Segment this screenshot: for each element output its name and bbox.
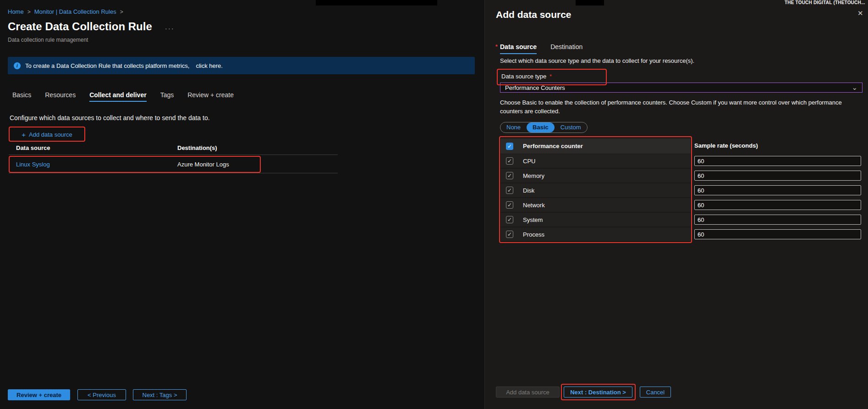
type-label-text: Data source type — [501, 73, 546, 80]
page-subtitle: Data collection rule management — [8, 37, 88, 43]
panel-add-data-source-button[interactable]: Add data source — [496, 387, 560, 398]
check-icon: ✓ — [507, 202, 512, 208]
sample-rate-header: Sample rate (seconds) — [694, 142, 758, 149]
banner-text: To create a Data Collection Rule that co… — [25, 62, 189, 69]
plus-icon: + — [22, 131, 26, 138]
chevron-down-icon: ⌄ — [852, 85, 857, 90]
tab-tags[interactable]: Tags — [160, 91, 174, 102]
table-header-divider — [9, 155, 338, 155]
close-icon[interactable]: ✕ — [857, 9, 863, 17]
add-data-source-label: Add data source — [29, 131, 72, 138]
row-linux-syslog-link[interactable]: Linux Syslog — [16, 161, 50, 168]
page-title: Create Data Collection Rule — [8, 20, 152, 33]
tab-data-source[interactable]: Data source — [500, 43, 537, 54]
check-icon: ✓ — [507, 217, 512, 222]
counter-name: Memory — [523, 172, 544, 179]
breadcrumb: Home > Monitor | Data Collection Rules > — [8, 8, 123, 15]
add-data-source-panel: Add data source ✕ * Data source Destinat… — [484, 0, 868, 409]
breadcrumb-home[interactable]: Home — [8, 8, 24, 15]
counter-row-network: ✓ Network — [500, 198, 691, 212]
counter-row-cpu: ✓ CPU — [500, 154, 691, 168]
panel-description: Select which data source type and the da… — [500, 57, 694, 64]
screen: THE TOUCH DIGITAL (THETOUCH... Home > Mo… — [0, 0, 868, 409]
row-destination-value: Azure Monitor Logs — [177, 161, 229, 168]
redaction-bar — [316, 0, 437, 6]
pill-basic[interactable]: Basic — [527, 122, 555, 133]
required-marker: * — [549, 73, 552, 80]
rate-input-memory[interactable] — [694, 171, 861, 181]
check-icon: ✓ — [507, 232, 512, 237]
checkbox-disk[interactable]: ✓ — [506, 187, 513, 194]
counter-name: Network — [523, 202, 545, 209]
account-text: THE TOUCH DIGITAL (THETOUCH... — [785, 0, 868, 6]
title-row: Create Data Collection Rule ··· — [8, 20, 175, 33]
rate-input-disk[interactable] — [694, 185, 861, 195]
checkbox-memory[interactable]: ✓ — [506, 172, 513, 179]
tab-basics[interactable]: Basics — [12, 91, 31, 102]
counter-name: Process — [523, 231, 544, 238]
previous-button[interactable]: < Previous — [77, 389, 126, 400]
checkbox-process[interactable]: ✓ — [506, 231, 513, 238]
review-create-button[interactable]: Review + create — [8, 389, 70, 400]
column-data-source: Data source — [16, 144, 50, 151]
counter-row-disk: ✓ Disk — [500, 183, 691, 197]
breadcrumb-monitor[interactable]: Monitor | Data Collection Rules — [34, 8, 116, 15]
panel-title: Add data source — [496, 9, 571, 20]
rate-input-cpu[interactable] — [694, 156, 861, 166]
breadcrumb-separator: > — [27, 9, 31, 15]
check-icon: ✓ — [507, 158, 512, 164]
info-banner: i To create a Data Collection Rule that … — [8, 57, 475, 74]
pill-custom[interactable]: Custom — [555, 122, 587, 133]
more-options-icon[interactable]: ··· — [165, 24, 175, 32]
select-all-checkbox[interactable]: ✓ — [506, 143, 513, 150]
cancel-button[interactable]: Cancel — [640, 387, 671, 398]
next-tags-button[interactable]: Next : Tags > — [133, 389, 187, 400]
rate-input-system[interactable] — [694, 215, 861, 225]
checkbox-system[interactable]: ✓ — [506, 216, 513, 223]
rate-input-process[interactable] — [694, 229, 861, 239]
choose-text: Choose Basic to enable the collection of… — [500, 99, 863, 116]
tab-collect-and-deliver[interactable]: Collect and deliver — [89, 91, 146, 102]
data-source-type-select[interactable]: Performance Counters ⌄ — [500, 83, 863, 93]
next-destination-button[interactable]: Next : Destination > — [564, 387, 632, 398]
redaction-bar — [576, 0, 604, 6]
tab-resources[interactable]: Resources — [45, 91, 76, 102]
configure-text: Configure which data sources to collect … — [10, 114, 210, 122]
check-icon: ✓ — [507, 188, 512, 193]
counter-row-memory: ✓ Memory — [500, 169, 691, 182]
breadcrumb-separator: > — [120, 9, 123, 15]
required-marker: * — [495, 44, 498, 50]
tab-review-create[interactable]: Review + create — [187, 91, 234, 102]
counter-name: CPU — [523, 158, 535, 165]
counter-table-header: ✓ Performance counter — [500, 138, 691, 154]
checkbox-cpu[interactable]: ✓ — [506, 157, 513, 165]
counter-name: System — [523, 216, 543, 223]
check-icon: ✓ — [507, 173, 512, 178]
counter-name: Disk — [523, 187, 534, 194]
data-source-type-label: Data source type * — [501, 73, 552, 80]
rate-input-network[interactable] — [694, 200, 861, 210]
create-dcr-page: Home > Monitor | Data Collection Rules >… — [0, 0, 484, 409]
panel-tabs: Data source Destination — [500, 43, 582, 54]
info-icon: i — [14, 62, 21, 69]
column-destinations: Destination(s) — [177, 144, 217, 151]
counter-header-label: Performance counter — [523, 143, 583, 149]
pill-none[interactable]: None — [500, 122, 527, 133]
select-value: Performance Counters — [505, 84, 565, 91]
page-tabs: Basics Resources Collect and deliver Tag… — [12, 91, 247, 102]
checkbox-network[interactable]: ✓ — [506, 201, 513, 209]
check-icon: ✓ — [507, 144, 512, 149]
table-row-divider — [9, 173, 338, 173]
tab-destination[interactable]: Destination — [550, 43, 582, 54]
collection-mode-toggle: None Basic Custom — [500, 122, 588, 133]
add-data-source-button[interactable]: + Add data source — [10, 128, 84, 140]
banner-link[interactable]: click here. — [196, 62, 223, 69]
counter-row-system: ✓ System — [500, 213, 691, 227]
counter-row-process: ✓ Process — [500, 227, 691, 241]
